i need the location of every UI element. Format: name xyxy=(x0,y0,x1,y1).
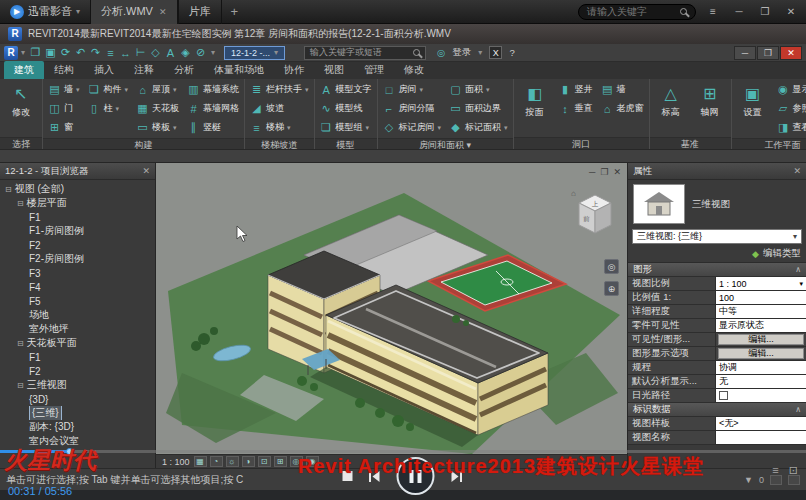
ribbon-button-component[interactable]: ❏构件▾ xyxy=(85,80,132,99)
new-tab-button[interactable]: + xyxy=(222,4,248,19)
ribbon-button-stair[interactable]: ≡楼梯▾ xyxy=(247,118,312,137)
ribbon-panel-label-opening[interactable]: 洞口 xyxy=(514,137,649,150)
player-tab-video[interactable]: 分析.WMV ✕ xyxy=(90,0,178,24)
tree-item[interactable]: ⊟视图 (全部) xyxy=(0,182,155,196)
ribbon-button-shaft[interactable]: ▮竖井 xyxy=(556,80,596,99)
property-value[interactable] xyxy=(716,389,806,402)
ribbon-tab-insert[interactable]: 插入 xyxy=(84,61,124,79)
tree-item[interactable]: {三维} xyxy=(0,406,155,420)
revit-restore-button[interactable]: ❐ xyxy=(757,46,779,60)
ribbon-tab-modify[interactable]: 修改 xyxy=(394,61,434,79)
tree-item[interactable]: F1-房间图例 xyxy=(0,224,155,238)
revit-minimize-button[interactable]: ─ xyxy=(734,46,756,60)
ribbon-button-railing[interactable]: ≣栏杆扶手▾ xyxy=(247,80,312,99)
properties-section-header[interactable]: 标识数据∧ xyxy=(628,403,806,417)
exchange-apps-icon[interactable]: X xyxy=(489,46,502,59)
ribbon-button-modify[interactable]: ↖修改 xyxy=(2,80,40,136)
ribbon-panel-label-select[interactable]: 选择 xyxy=(0,137,42,150)
ribbon-panel-label-circulation[interactable]: 楼梯坡道 xyxy=(245,138,314,150)
revit-logo-icon[interactable]: R xyxy=(8,27,22,41)
tree-expand-icon[interactable]: ⊟ xyxy=(17,199,24,208)
steering-wheel-icon[interactable]: ◎ xyxy=(604,259,619,274)
property-value[interactable] xyxy=(716,431,806,444)
ribbon-panel-label-model[interactable]: 模型 xyxy=(315,138,377,150)
properties-close-icon[interactable]: ✕ xyxy=(793,166,801,176)
fullscreen-icon[interactable]: ⊡ xyxy=(789,464,798,477)
property-value[interactable]: 协调 xyxy=(716,361,806,374)
ribbon-button-level[interactable]: △标高 xyxy=(652,80,690,136)
tree-item[interactable]: ⊟天花板平面 xyxy=(0,336,155,350)
ribbon-tab-structure[interactable]: 结构 xyxy=(44,61,84,79)
ribbon-button-area-boundary[interactable]: ▭面积边界 xyxy=(446,99,511,118)
tag-icon[interactable]: ◇ xyxy=(148,46,163,59)
property-value[interactable]: 显示原状态 xyxy=(716,319,806,332)
tree-item[interactable]: {3D} xyxy=(0,392,155,406)
ribbon-button-room-separator[interactable]: ⌐房间分隔 xyxy=(380,99,445,118)
help-icon[interactable]: ? xyxy=(509,47,514,58)
properties-section-header[interactable]: 图形∧ xyxy=(628,263,806,277)
ribbon-button-tag-room[interactable]: ◇标记房间▾ xyxy=(380,118,445,137)
player-app-menu[interactable]: ▶ 迅雷影音 ▾ xyxy=(0,0,90,23)
tree-item[interactable]: ⊟三维视图 xyxy=(0,378,155,392)
ribbon-button-floor[interactable]: ▭楼板▾ xyxy=(133,118,182,137)
tree-item[interactable]: ⊟楼层平面 xyxy=(0,196,155,210)
tree-item[interactable]: F5 xyxy=(0,294,155,308)
qat-customize-icon[interactable]: ▾ xyxy=(211,48,215,57)
ribbon-button-model-line[interactable]: ∿模型线 xyxy=(317,99,375,118)
property-value[interactable]: 编辑... xyxy=(718,334,804,345)
default-3d-view-icon[interactable]: ◈ xyxy=(178,46,193,59)
ribbon-tab-manage[interactable]: 管理 xyxy=(354,61,394,79)
ribbon-button-curtain-grid[interactable]: #幕墙网格 xyxy=(184,99,242,118)
ribbon-button-roof[interactable]: ⌂屋顶▾ xyxy=(133,80,182,99)
ribbon-tab-collaborate[interactable]: 协作 xyxy=(274,61,314,79)
checkbox[interactable] xyxy=(719,391,728,400)
tree-item[interactable]: F1 xyxy=(0,210,155,224)
signin-button[interactable]: 登录 xyxy=(452,46,471,59)
ribbon-tab-massing-site[interactable]: 体量和场地 xyxy=(204,61,274,79)
model-3d-view[interactable] xyxy=(156,163,627,454)
ribbon-button-wall[interactable]: ▤墙▾ xyxy=(45,80,83,99)
tree-expand-icon[interactable]: ⊟ xyxy=(17,339,24,348)
playlist-icon[interactable]: ≡ xyxy=(772,464,778,477)
ribbon-button-wall-opening[interactable]: ▤墙 xyxy=(598,80,647,99)
tree-expand-icon[interactable]: ⊟ xyxy=(5,185,12,194)
infocenter-search-input[interactable]: 输入关键字或短语 xyxy=(304,46,426,60)
ribbon-button-tag-area[interactable]: ◆标记面积▾ xyxy=(446,118,511,137)
close-tab-icon[interactable]: ✕ xyxy=(159,7,167,17)
ribbon-button-door[interactable]: ◫门 xyxy=(45,99,83,118)
minimize-button[interactable]: ─ xyxy=(730,6,748,17)
tree-item[interactable]: F2 xyxy=(0,364,155,378)
ribbon-button-room[interactable]: □房间▾ xyxy=(380,80,445,99)
player-search-input[interactable]: 请输入关键字 xyxy=(578,4,696,20)
tree-item[interactable]: 室外地坪 xyxy=(0,322,155,336)
undo-icon[interactable]: ↶ xyxy=(73,46,88,59)
ribbon-button-mullion[interactable]: ∥竖梃 xyxy=(184,118,242,137)
ribbon-button-ceiling[interactable]: ▦天花板 xyxy=(133,99,182,118)
ribbon-tab-analyze[interactable]: 分析 xyxy=(164,61,204,79)
tree-item[interactable]: 场地 xyxy=(0,308,155,322)
ribbon-tab-annotate[interactable]: 注释 xyxy=(124,61,164,79)
ribbon-panel-label-room-area[interactable]: 房间和面积 ▾ xyxy=(378,138,513,150)
search-icon[interactable] xyxy=(680,8,687,15)
tree-item[interactable]: F2-房间图例 xyxy=(0,252,155,266)
measure-icon[interactable]: ↔ xyxy=(118,47,133,59)
property-value[interactable]: 1 : 100▾ xyxy=(716,277,806,290)
tree-item[interactable]: F4 xyxy=(0,280,155,294)
binoculars-icon[interactable]: ◎ xyxy=(437,47,445,58)
ribbon-button-curtain-system[interactable]: ▥幕墙系统 xyxy=(184,80,242,99)
ribbon-button-column[interactable]: ▯柱▾ xyxy=(85,99,132,118)
property-value[interactable]: 中等 xyxy=(716,305,806,318)
property-value[interactable]: 编辑... xyxy=(718,348,804,359)
ribbon-button-model-text[interactable]: A模型文字 xyxy=(317,80,375,99)
ribbon-panel-label-work-plane[interactable]: 工作平面 xyxy=(732,138,806,150)
ribbon-button-window[interactable]: ⊞窗 xyxy=(45,118,83,137)
redo-icon[interactable]: ↷ xyxy=(88,46,103,59)
close-button[interactable]: ✕ xyxy=(782,6,800,17)
tree-item[interactable]: F1 xyxy=(0,350,155,364)
ribbon-button-ref-plane[interactable]: ▱参照平面 xyxy=(774,99,806,118)
property-value[interactable]: 100 xyxy=(716,291,806,304)
view-minimize-icon[interactable]: ─ xyxy=(589,167,595,177)
document-title-box[interactable]: 12-1-2 -... ▾ xyxy=(224,46,285,60)
player-tab-library[interactable]: 片库 xyxy=(178,0,222,24)
viewcube-home-icon[interactable]: ⌂ xyxy=(571,189,576,198)
